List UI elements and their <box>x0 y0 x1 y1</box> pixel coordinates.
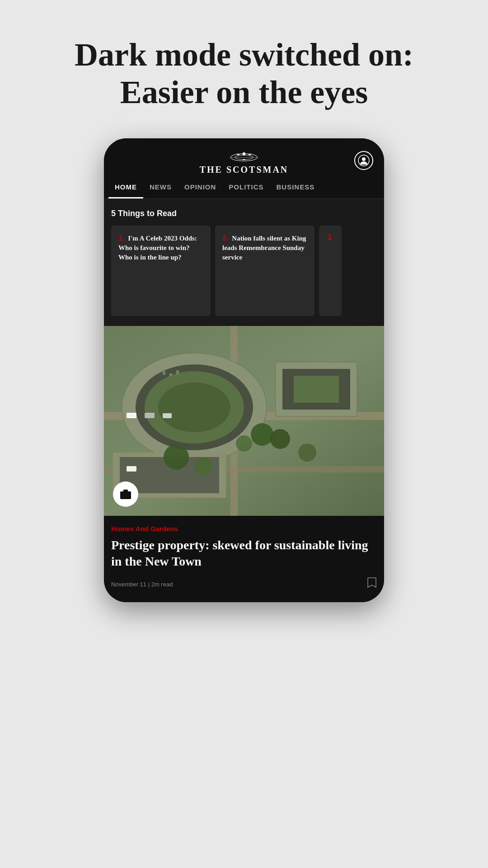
camera-badge <box>113 481 138 507</box>
card-2-text: Nation falls silent as King leads Rememb… <box>222 235 306 261</box>
svg-point-39 <box>129 492 131 493</box>
bookmark-icon <box>367 577 377 589</box>
avatar-button[interactable] <box>354 151 373 170</box>
promo-section: Dark mode switched on: Easier on the eye… <box>0 0 488 138</box>
phone-mockup: THE SCOTSMAN HOME NEWS OPINION POLITICS … <box>104 138 384 603</box>
bookmark-button[interactable] <box>367 577 377 591</box>
svg-point-17 <box>158 382 230 432</box>
date-separator: | <box>148 581 151 588</box>
article-footer: November 11 | 2m read <box>111 577 377 591</box>
tab-politics[interactable]: POLITICS <box>222 183 270 198</box>
header-logo: THE SCOTSMAN <box>200 151 289 175</box>
svg-rect-35 <box>176 370 179 374</box>
svg-point-27 <box>164 444 189 470</box>
article-category[interactable]: Homes And Gardens <box>111 525 377 533</box>
tab-business[interactable]: BUSINESS <box>270 183 321 198</box>
card-2-number: 2. <box>222 234 228 242</box>
article-date: November 11 | 2m read <box>111 581 173 588</box>
svg-rect-33 <box>163 371 165 375</box>
svg-rect-29 <box>127 413 136 418</box>
promo-headline: Dark mode switched on: Easier on the eye… <box>27 36 461 111</box>
svg-point-9 <box>362 157 366 161</box>
svg-rect-7 <box>243 159 245 160</box>
svg-point-26 <box>298 443 316 462</box>
svg-point-28 <box>194 457 212 475</box>
card-1-number: 1. <box>118 234 124 242</box>
tab-opinion[interactable]: OPINION <box>178 183 222 198</box>
card-1-text: I'm A Celeb 2023 Odds: Who is favourite … <box>118 235 197 261</box>
logo-emblem-icon <box>228 151 260 164</box>
svg-rect-38 <box>123 490 128 492</box>
user-icon <box>358 155 370 166</box>
article-body: Homes And Gardens Prestige property: ske… <box>104 516 384 603</box>
nav-tabs: HOME NEWS OPINION POLITICS BUSINESS <box>104 175 384 199</box>
article-date-text: November 11 <box>111 581 146 588</box>
app-header: THE SCOTSMAN <box>104 138 384 175</box>
svg-point-23 <box>251 423 273 446</box>
app-name: THE SCOTSMAN <box>200 165 289 175</box>
promo-line1: Dark mode switched on: <box>75 37 413 73</box>
card-2-content: 2. Nation falls silent as King leads Rem… <box>222 234 307 262</box>
svg-rect-32 <box>127 466 136 472</box>
phone-wrapper: THE SCOTSMAN HOME NEWS OPINION POLITICS … <box>0 138 488 603</box>
card-3-number: 3 <box>328 234 332 242</box>
svg-marker-4 <box>242 152 246 154</box>
main-article-image <box>104 326 384 516</box>
svg-point-24 <box>236 435 252 452</box>
card-2[interactable]: 2. Nation falls silent as King leads Rem… <box>215 226 314 316</box>
aerial-image-svg <box>104 326 384 516</box>
tab-home[interactable]: HOME <box>108 183 143 198</box>
card-3[interactable]: 3 <box>319 226 342 316</box>
card-1[interactable]: 1. I'm A Celeb 2023 Odds: Who is favouri… <box>111 226 211 316</box>
tab-news[interactable]: NEWS <box>143 183 178 198</box>
svg-point-25 <box>270 429 290 449</box>
five-things-title: 5 Things to Read <box>111 209 377 218</box>
svg-rect-30 <box>145 413 155 418</box>
cards-row: 1. I'm A Celeb 2023 Odds: Who is favouri… <box>111 226 377 316</box>
card-1-content: 1. I'm A Celeb 2023 Odds: Who is favouri… <box>118 234 203 262</box>
svg-rect-20 <box>294 376 339 403</box>
camera-icon <box>119 488 132 500</box>
read-time: 2m read <box>151 581 173 588</box>
article-title[interactable]: Prestige property: skewed for sustainabl… <box>111 537 377 570</box>
svg-rect-31 <box>163 413 172 418</box>
svg-rect-34 <box>169 373 172 376</box>
five-things-section: 5 Things to Read 1. I'm A Celeb 2023 Odd… <box>104 199 384 326</box>
promo-line2: Easier on the eyes <box>120 74 368 110</box>
